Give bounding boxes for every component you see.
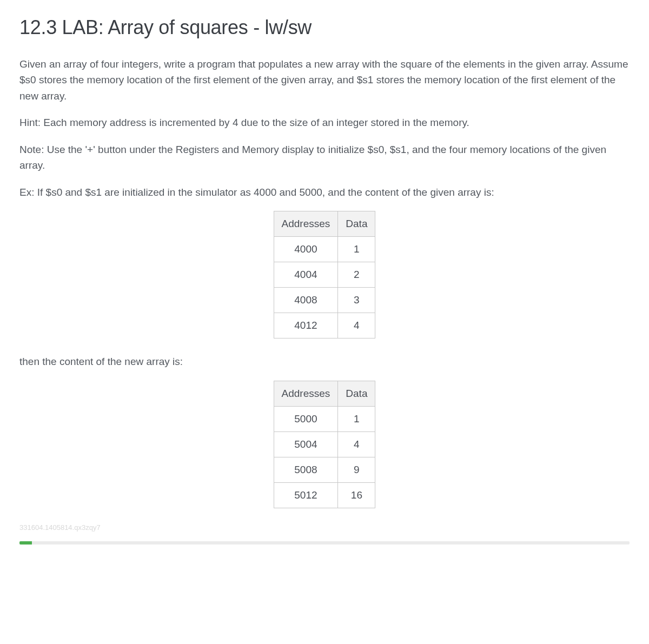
cell-value: 4 (338, 313, 375, 338)
table-row: 4000 1 (274, 237, 375, 262)
cell-value: 16 (338, 482, 375, 508)
cell-address: 5000 (274, 406, 338, 431)
cell-value: 2 (338, 262, 375, 288)
table-row: 5008 9 (274, 457, 375, 482)
cell-value: 3 (338, 288, 375, 313)
intro-paragraph: Given an array of four integers, write a… (19, 56, 630, 104)
table-row: 4008 3 (274, 288, 375, 313)
cell-value: 1 (338, 406, 375, 431)
cell-value: 1 (338, 237, 375, 262)
cell-address: 4004 (274, 262, 338, 288)
table-header-data: Data (338, 211, 375, 237)
table-row: 5012 16 (274, 482, 375, 508)
hint-paragraph: Hint: Each memory address is incremented… (19, 115, 630, 130)
cell-value: 4 (338, 431, 375, 457)
watermark-text: 331604.1405814.qx3zqy7 (19, 523, 630, 532)
cell-address: 5008 (274, 457, 338, 482)
table-row: 4004 2 (274, 262, 375, 288)
table-row: 5000 1 (274, 406, 375, 431)
page-title: 12.3 LAB: Array of squares - lw/sw (19, 16, 630, 39)
then-paragraph: then the content of the new array is: (19, 354, 630, 369)
table-header-addresses: Addresses (274, 211, 338, 237)
cell-address: 5012 (274, 482, 338, 508)
note-paragraph: Note: Use the '+' button under the Regis… (19, 142, 630, 174)
progress-fill (19, 541, 32, 545)
example-intro-paragraph: Ex: If $s0 and $s1 are initialized in th… (19, 184, 630, 200)
cell-address: 5004 (274, 431, 338, 457)
cell-address: 4000 (274, 237, 338, 262)
table-header-addresses: Addresses (274, 381, 338, 406)
cell-address: 4012 (274, 313, 338, 338)
cell-value: 9 (338, 457, 375, 482)
table-row: 4012 4 (274, 313, 375, 338)
cell-address: 4008 (274, 288, 338, 313)
output-array-table: Addresses Data 5000 1 5004 4 5008 9 5012… (274, 381, 376, 508)
input-array-table: Addresses Data 4000 1 4004 2 4008 3 4012… (274, 211, 376, 338)
table-header-data: Data (338, 381, 375, 406)
progress-bar (19, 541, 630, 545)
table-row: 5004 4 (274, 431, 375, 457)
